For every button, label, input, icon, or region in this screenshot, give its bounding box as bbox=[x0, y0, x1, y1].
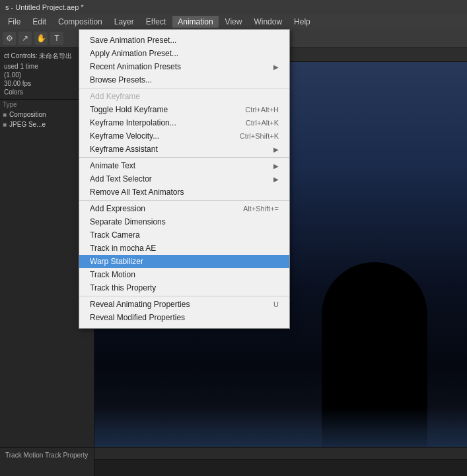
menu-layer[interactable]: Layer bbox=[109, 16, 139, 28]
controls-title: ct Controls: 未命名导出 bbox=[3, 50, 91, 62]
menu-effect[interactable]: Effect bbox=[141, 16, 171, 28]
remove-all-text-animators[interactable]: Remove All Text Animators bbox=[79, 186, 289, 199]
used-time-row: used 1 time bbox=[3, 62, 91, 71]
toolbar-settings-icon[interactable]: ⚙ bbox=[3, 32, 16, 45]
track-in-mocha[interactable]: Track in mocha AE bbox=[79, 242, 289, 255]
fps-row: 30.00 fps bbox=[3, 79, 91, 88]
fps-label: 30.00 fps bbox=[4, 80, 31, 87]
timeline-right bbox=[94, 448, 467, 476]
menu-file[interactable]: File bbox=[3, 16, 26, 28]
timeline-left: Track Motion Track Property bbox=[0, 448, 94, 476]
reveal-animating-properties[interactable]: Reveal Animating Properties U bbox=[79, 298, 289, 311]
recent-presets-arrow: ▶ bbox=[273, 63, 279, 71]
animate-text-arrow: ▶ bbox=[273, 162, 279, 170]
used-time-label: used 1 time bbox=[4, 63, 38, 70]
save-animation-preset[interactable]: Save Animation Preset... bbox=[79, 34, 289, 47]
menu-section-keyframes: Add Keyframe Toggle Hold Keyframe Ctrl+A… bbox=[79, 88, 289, 158]
toolbar-arrow-icon[interactable]: ↗ bbox=[18, 32, 32, 45]
menu-window[interactable]: Window bbox=[248, 16, 287, 28]
menu-bar: File Edit Composition Layer Effect Anima… bbox=[0, 15, 467, 29]
browse-presets[interactable]: Browse Presets... bbox=[79, 73, 289, 86]
toolbar-hand-icon[interactable]: ✋ bbox=[34, 32, 48, 45]
animate-text[interactable]: Animate Text ▶ bbox=[79, 159, 289, 172]
menu-section-tracking: Add Expression Alt+Shift+= Separate Dime… bbox=[79, 201, 289, 296]
menu-section-reveal: Reveal Animating Properties U Reveal Mod… bbox=[79, 296, 289, 325]
row-comp-name: Composition bbox=[9, 111, 46, 118]
keyframe-velocity[interactable]: Keyframe Velocity... Ctrl+Shift+K bbox=[79, 129, 289, 143]
add-text-selector-arrow: ▶ bbox=[273, 176, 279, 183]
toggle-hold-keyframe[interactable]: Toggle Hold Keyframe Ctrl+Alt+H bbox=[79, 103, 289, 116]
add-text-selector[interactable]: Add Text Selector ▶ bbox=[79, 172, 289, 186]
size-row: (1.00) bbox=[3, 71, 91, 79]
size-label: (1.00) bbox=[4, 71, 21, 79]
colors-row: Colors bbox=[3, 88, 91, 96]
add-expression[interactable]: Add Expression Alt+Shift+= bbox=[79, 202, 289, 215]
keyframe-assistant-arrow: ▶ bbox=[273, 146, 279, 153]
separate-dimensions[interactable]: Separate Dimensions bbox=[79, 215, 289, 228]
apply-animation-preset[interactable]: Apply Animation Preset... bbox=[79, 47, 289, 60]
menu-section-presets: Save Animation Preset... Apply Animation… bbox=[79, 32, 289, 88]
animation-dropdown: Save Animation Preset... Apply Animation… bbox=[79, 29, 290, 329]
keyframe-interpolation[interactable]: Keyframe Interpolation... Ctrl+Alt+K bbox=[79, 116, 289, 129]
menu-view[interactable]: View bbox=[220, 16, 248, 28]
timeline-label: Track Motion Track Property bbox=[3, 450, 91, 460]
track-this-property[interactable]: Track this Property bbox=[79, 281, 289, 294]
menu-help[interactable]: Help bbox=[289, 16, 316, 28]
track-motion[interactable]: Track Motion bbox=[79, 268, 289, 281]
row-jpeg-name: JPEG Se...e bbox=[9, 121, 46, 128]
reveal-modified-properties[interactable]: Reveal Modified Properties bbox=[79, 311, 289, 324]
title-bar: s - Untitled Project.aep * bbox=[0, 0, 467, 15]
timeline-header bbox=[94, 448, 467, 459]
keyframe-assistant[interactable]: Keyframe Assistant ▶ bbox=[79, 143, 289, 156]
col-type: Type bbox=[3, 101, 76, 108]
timeline-panel: Track Motion Track Property bbox=[0, 447, 467, 476]
city-lights bbox=[94, 407, 467, 447]
recent-animation-presets[interactable]: Recent Animation Presets ▶ bbox=[79, 60, 289, 73]
toolbar-text-icon[interactable]: T bbox=[50, 32, 63, 45]
menu-section-text: Animate Text ▶ Add Text Selector ▶ Remov… bbox=[79, 158, 289, 201]
menu-animation[interactable]: Animation bbox=[172, 16, 218, 28]
colors-label: Colors bbox=[4, 88, 23, 96]
menu-composition[interactable]: Composition bbox=[53, 16, 108, 28]
title-text: s - Untitled Project.aep * bbox=[5, 3, 84, 11]
track-camera[interactable]: Track Camera bbox=[79, 228, 289, 242]
menu-edit[interactable]: Edit bbox=[27, 16, 52, 28]
add-keyframe: Add Keyframe bbox=[79, 90, 289, 103]
warp-stabilizer[interactable]: Warp Stabilizer bbox=[79, 255, 289, 268]
